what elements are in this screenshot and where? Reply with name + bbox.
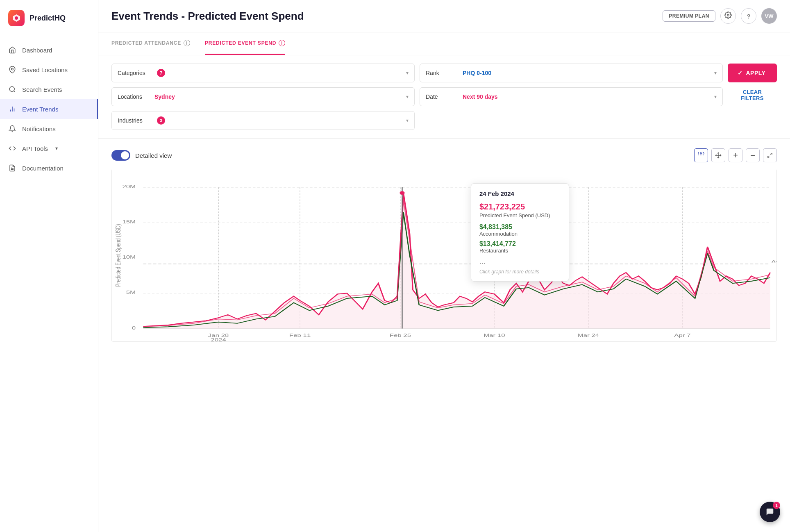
home-icon — [8, 46, 16, 54]
chevron-down-icon: ▾ — [406, 94, 409, 100]
chart-toolbar: + − — [694, 148, 777, 162]
chart-wrapper[interactable]: 0 5M 10M 15M 20M Predicted Event Spend (… — [111, 169, 777, 342]
help-icon: ? — [747, 13, 750, 20]
industries-filter[interactable]: Industries 3 ▾ — [111, 111, 415, 130]
bell-icon — [8, 125, 16, 133]
sidebar-item-label: Documentation — [22, 165, 64, 172]
tab-label: PREDICTED EVENT SPEND — [205, 40, 276, 46]
rank-value: PHQ 0-100 — [463, 70, 714, 76]
api-icon — [8, 144, 16, 152]
sidebar: PredictHQ Dashboard Saved Locations — [0, 0, 98, 532]
industries-badge: 3 — [157, 116, 165, 125]
svg-text:Mar 10: Mar 10 — [484, 333, 505, 338]
info-icon: i — [184, 40, 190, 46]
chat-bubble[interactable]: 1 — [760, 502, 780, 522]
svg-line-4 — [14, 91, 15, 92]
svg-rect-11 — [698, 152, 701, 155]
sidebar-item-label: Dashboard — [22, 47, 52, 54]
zoom-in-button[interactable]: + — [729, 148, 742, 162]
chart-controls: Detailed view + − — [111, 148, 777, 162]
chart-tooltip: 24 Feb 2024 $21,723,225 Predicted Event … — [471, 183, 569, 282]
rank-filter[interactable]: Rank PHQ 0-100 ▾ — [420, 64, 723, 82]
logo[interactable]: PredictHQ — [0, 0, 98, 36]
logo-icon — [8, 10, 25, 26]
toggle-container: Detailed view — [111, 150, 172, 161]
locations-filter[interactable]: Locations Sydney ▾ — [111, 87, 415, 106]
content-area: PREDICTED ATTENDANCE i PREDICTED EVENT S… — [98, 32, 790, 532]
main-header: Event Trends - Predicted Event Spend PRE… — [98, 0, 790, 32]
toggle-label: Detailed view — [135, 152, 172, 159]
sidebar-item-documentation[interactable]: Documentation — [0, 158, 98, 178]
premium-badge[interactable]: PREMIUM PLAN — [663, 10, 715, 22]
chevron-down-icon: ▾ — [714, 94, 717, 100]
zoom-out-button[interactable]: − — [746, 148, 760, 162]
svg-line-13 — [770, 153, 772, 155]
checkmark-icon: ✓ — [738, 70, 743, 76]
svg-point-3 — [9, 86, 14, 91]
detailed-view-toggle[interactable] — [111, 150, 130, 161]
sidebar-item-dashboard[interactable]: Dashboard — [0, 40, 98, 60]
header-actions: PREMIUM PLAN ? VW — [663, 8, 777, 24]
svg-text:5M: 5M — [126, 290, 136, 295]
chevron-down-icon: ▾ — [406, 70, 409, 76]
chevron-down-icon: ▾ — [406, 118, 409, 123]
select-tool-button[interactable] — [694, 148, 708, 162]
svg-point-1 — [15, 16, 18, 20]
svg-text:Mar 24: Mar 24 — [578, 333, 599, 338]
rank-label: Rank — [426, 70, 463, 76]
pan-tool-button[interactable] — [711, 148, 725, 162]
sidebar-item-label: API Tools — [22, 145, 48, 152]
apply-button[interactable]: ✓ APPLY — [728, 64, 777, 82]
user-avatar[interactable]: VW — [761, 8, 777, 24]
sidebar-item-label: Event Trends — [22, 106, 58, 113]
sidebar-item-notifications[interactable]: Notifications — [0, 119, 98, 139]
tooltip-total-value: $21,723,225 — [479, 202, 561, 211]
sidebar-item-label: Saved Locations — [22, 66, 68, 73]
logo-text: PredictHQ — [30, 14, 66, 23]
svg-text:20M: 20M — [122, 184, 136, 189]
filter-column-left: Categories 7 ▾ Locations Sydney ▾ Indust… — [111, 64, 415, 130]
chevron-down-icon: ▾ — [714, 70, 717, 76]
date-filter[interactable]: Date Next 90 days ▾ — [420, 87, 723, 106]
tooltip-restaurants: $13,414,772 Restaurants — [479, 240, 561, 254]
svg-text:Feb 25: Feb 25 — [390, 333, 411, 338]
date-label: Date — [426, 93, 463, 100]
svg-text:2024: 2024 — [211, 337, 226, 341]
sidebar-item-label: Search Events — [22, 86, 62, 93]
apply-label: APPLY — [746, 70, 766, 76]
filter-column-right: Rank PHQ 0-100 ▾ Date Next 90 days ▾ — [420, 64, 723, 106]
svg-text:0: 0 — [132, 325, 136, 330]
dropdown-chevron: ▾ — [55, 146, 58, 151]
sidebar-item-event-trends[interactable]: Event Trends — [0, 99, 98, 119]
tooltip-accommodation: $4,831,385 Accommodation — [479, 223, 561, 237]
filter-actions: ✓ APPLY CLEAR FILTERS — [728, 64, 777, 105]
svg-text:Apr 7: Apr 7 — [674, 333, 690, 338]
settings-button[interactable] — [720, 8, 736, 24]
sidebar-item-api-tools[interactable]: API Tools ▾ — [0, 139, 98, 158]
tooltip-total-label: Predicted Event Spend (USD) — [479, 212, 561, 218]
nav: Dashboard Saved Locations Search Events — [0, 36, 98, 182]
help-button[interactable]: ? — [741, 8, 756, 24]
svg-text:Feb 11: Feb 11 — [289, 333, 311, 338]
svg-rect-12 — [701, 152, 704, 155]
chart-area: 0 5M 10M 15M 20M Predicted Event Spend (… — [112, 169, 776, 341]
categories-filter[interactable]: Categories 7 ▾ — [111, 64, 415, 82]
chart-section: Detailed view + − — [98, 139, 790, 352]
clear-filters-button[interactable]: CLEAR FILTERS — [728, 86, 777, 105]
chat-badge: 1 — [773, 502, 780, 509]
sidebar-item-search-events[interactable]: Search Events — [0, 80, 98, 99]
svg-text:15M: 15M — [122, 219, 136, 225]
tooltip-date: 24 Feb 2024 — [479, 190, 561, 197]
tab-predicted-event-spend[interactable]: PREDICTED EVENT SPEND i — [205, 32, 285, 55]
main-content: Event Trends - Predicted Event Spend PRE… — [98, 0, 790, 532]
filters-section: Categories 7 ▾ Locations Sydney ▾ Indust… — [98, 55, 790, 139]
svg-text:Average - $4,185,586: Average - $4,185,586 — [772, 259, 776, 264]
restaurants-label: Restaurants — [479, 248, 561, 254]
tab-predicted-attendance[interactable]: PREDICTED ATTENDANCE i — [111, 32, 190, 55]
svg-text:10M: 10M — [122, 255, 136, 260]
categories-badge: 7 — [157, 69, 165, 77]
svg-point-43 — [400, 191, 404, 195]
sidebar-item-saved-locations[interactable]: Saved Locations — [0, 60, 98, 80]
industries-label: Industries — [118, 117, 154, 124]
expand-button[interactable] — [763, 148, 777, 162]
